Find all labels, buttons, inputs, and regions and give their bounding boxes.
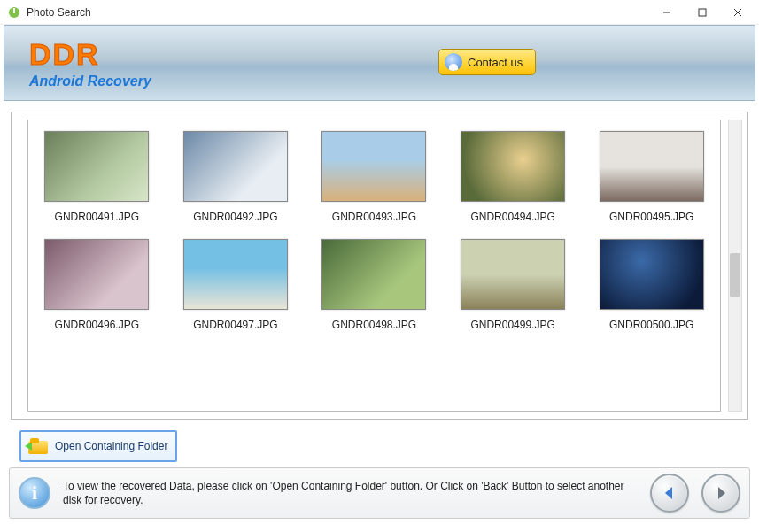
- thumbnail-image: [44, 239, 149, 310]
- thumbnail-grid-container: GNDR00491.JPGGNDR00492.JPGGNDR00493.JPGG…: [27, 120, 721, 412]
- thumbnail-image: [183, 239, 288, 310]
- thumbnail-image: [461, 239, 565, 310]
- results-panel: GNDR00491.JPGGNDR00492.JPGGNDR00493.JPGG…: [11, 112, 748, 420]
- scrollbar[interactable]: [728, 120, 742, 412]
- thumbnail-image: [321, 239, 426, 310]
- thumbnail-image: [183, 131, 288, 202]
- brand-subtitle: Android Recovery: [29, 73, 151, 89]
- footer-hint: To view the recovered Data, please click…: [63, 479, 638, 507]
- thumbnail-item[interactable]: GNDR00492.JPG: [176, 131, 296, 223]
- thumbnail-item[interactable]: GNDR00494.JPG: [453, 131, 573, 223]
- thumbnail-item[interactable]: GNDR00500.JPG: [592, 239, 711, 331]
- thumbnail-filename: GNDR00491.JPG: [55, 211, 139, 223]
- thumbnail-item[interactable]: GNDR00499.JPG: [453, 239, 573, 331]
- thumbnail-filename: GNDR00497.JPG: [193, 319, 277, 331]
- thumbnail-filename: GNDR00499.JPG: [470, 319, 554, 331]
- back-button[interactable]: [650, 474, 689, 513]
- thumbnail-grid: GNDR00491.JPGGNDR00492.JPGGNDR00493.JPGG…: [37, 131, 711, 331]
- contact-person-icon: [445, 53, 462, 71]
- close-button[interactable]: [720, 0, 755, 25]
- contact-us-label: Contact us: [468, 56, 523, 69]
- window-title: Photo Search: [27, 6, 91, 19]
- thumbnail-filename: GNDR00492.JPG: [193, 211, 277, 223]
- titlebar: Photo Search: [0, 0, 759, 25]
- folder-icon: [28, 438, 48, 454]
- thumbnail-image: [600, 239, 704, 310]
- thumbnail-item[interactable]: GNDR00496.JPG: [37, 239, 157, 331]
- next-button[interactable]: [701, 474, 740, 513]
- thumbnail-item[interactable]: GNDR00498.JPG: [314, 239, 434, 331]
- thumbnail-image: [600, 131, 704, 202]
- thumbnail-filename: GNDR00500.JPG: [609, 319, 693, 331]
- app-icon: [7, 5, 21, 19]
- thumbnail-item[interactable]: GNDR00495.JPG: [592, 131, 711, 223]
- maximize-button[interactable]: [685, 0, 720, 25]
- header-banner: DDR Android Recovery Contact us: [4, 25, 755, 101]
- thumbnail-image: [461, 131, 565, 202]
- thumbnail-item[interactable]: GNDR00497.JPG: [176, 239, 296, 331]
- thumbnail-filename: GNDR00494.JPG: [470, 211, 554, 223]
- svg-rect-2: [699, 9, 706, 16]
- thumbnail-image: [44, 131, 149, 202]
- thumbnail-image: [321, 131, 426, 202]
- thumbnail-filename: GNDR00495.JPG: [609, 211, 693, 223]
- thumbnail-item[interactable]: GNDR00491.JPG: [37, 131, 157, 223]
- thumbnail-filename: GNDR00493.JPG: [332, 211, 416, 223]
- brand-logo: DDR: [29, 37, 151, 72]
- svg-rect-1: [13, 8, 15, 13]
- thumbnail-item[interactable]: GNDR00493.JPG: [314, 131, 434, 223]
- thumbnail-filename: GNDR00496.JPG: [55, 319, 139, 331]
- open-containing-folder-button[interactable]: Open Containing Folder: [19, 430, 177, 462]
- footer-bar: i To view the recovered Data, please cli…: [9, 467, 750, 519]
- minimize-button[interactable]: [649, 0, 685, 25]
- open-folder-label: Open Containing Folder: [55, 440, 167, 452]
- info-icon: i: [19, 477, 50, 509]
- contact-us-button[interactable]: Contact us: [438, 49, 536, 75]
- thumbnail-filename: GNDR00498.JPG: [332, 319, 416, 331]
- scrollbar-thumb[interactable]: [730, 253, 740, 297]
